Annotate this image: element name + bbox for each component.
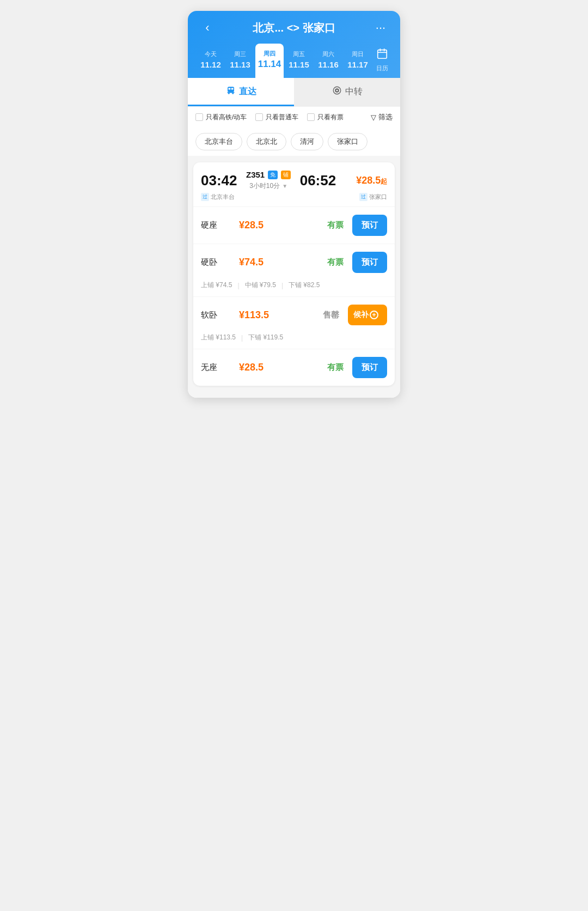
station-pill-north[interactable]: 北京北 — [247, 133, 286, 150]
date-tab-wed[interactable]: 周三 11.13 — [226, 44, 254, 78]
tab-direct[interactable]: 直达 — [188, 78, 294, 106]
day-num-thu: 11.14 — [258, 58, 281, 71]
svg-rect-6 — [231, 88, 233, 90]
train-card-z351: 03:42 Z351 免 铺 3小时10分 ▼ — [193, 162, 395, 386]
seat-price-wuzuo: ¥28.5 — [239, 362, 277, 373]
sub-price-middle-yingwo: 中铺 ¥79.5 — [245, 281, 276, 290]
more-button[interactable]: ··· — [370, 19, 391, 37]
date-tab-today[interactable]: 今天 11.12 — [197, 44, 225, 78]
date-tab-sun[interactable]: 周日 11.17 — [344, 44, 372, 78]
filter-gaotie[interactable]: 只看高铁/动车 — [195, 113, 247, 122]
tab-direct-label: 直达 — [239, 86, 256, 98]
svg-rect-0 — [378, 50, 387, 59]
header-top: ‹ 北京... <> 张家口 ··· — [197, 19, 391, 37]
header: ‹ 北京... <> 张家口 ··· 今天 11.12 周三 11.13 周四 … — [188, 11, 400, 78]
calendar-icon — [376, 48, 388, 63]
price-value: ¥28.5 — [356, 175, 381, 186]
seat-row-wuzuo: 无座 ¥28.5 有票 预订 — [193, 349, 395, 386]
seat-type-wuzuo: 无座 — [201, 362, 228, 373]
svg-point-12 — [336, 90, 338, 92]
train-middle: Z351 免 铺 3小时10分 ▼ — [242, 170, 295, 191]
filter-ticket-label: 只看有票 — [317, 113, 344, 122]
day-num-today: 11.12 — [200, 59, 221, 70]
seat-row-yingzuo: 硬座 ¥28.5 有票 预订 — [193, 207, 395, 244]
svg-point-9 — [232, 93, 234, 94]
sub-prices-ruanwo: 上铺 ¥113.5 | 下铺 ¥119.5 — [193, 333, 395, 349]
back-button[interactable]: ‹ — [197, 19, 218, 37]
depart-time: 03:42 — [201, 172, 242, 189]
arrive-station-label: 过 张家口 — [359, 193, 387, 201]
filter-ticket[interactable]: 只看有票 — [307, 113, 344, 122]
day-name-fri: 周五 — [293, 50, 305, 58]
seat-avail-yingwo: 有票 — [327, 257, 344, 268]
depart-station-name: 北京丰台 — [211, 193, 235, 201]
price-tag: ¥28.5起 — [344, 175, 387, 186]
filter-row: 只看高铁/动车 只看普通车 只看有票 ▽ 筛选 — [188, 106, 400, 127]
content-area: 直达 中转 只看高铁/动车 只看普通车 — [188, 78, 400, 398]
date-tab-fri[interactable]: 周五 11.15 — [285, 44, 313, 78]
day-name-today: 今天 — [205, 50, 217, 58]
svg-rect-5 — [228, 88, 230, 90]
tab-transfer[interactable]: 中转 — [294, 78, 400, 106]
checkbox-putong[interactable] — [255, 113, 263, 121]
station-labels: 过 北京丰台 过 张家口 — [193, 193, 395, 207]
seat-avail-wuzuo: 有票 — [327, 362, 344, 373]
arrive-station-name: 张家口 — [369, 193, 387, 201]
sub-prices-yingwo: 上铺 ¥74.5 | 中铺 ¥79.5 | 下铺 ¥82.5 — [193, 281, 395, 296]
day-name-sun: 周日 — [352, 50, 364, 58]
seat-row-yingwo: 硬卧 ¥74.5 有票 预订 — [193, 244, 395, 281]
filter-button[interactable]: ▽ 筛选 — [371, 112, 393, 122]
plus-icon: + — [370, 311, 378, 319]
seat-type-ruanwo: 软卧 — [201, 310, 228, 320]
station-pills-row: 北京丰台 北京北 清河 张家口 — [188, 127, 400, 156]
depart-station-tag: 过 — [201, 193, 209, 201]
svg-point-8 — [228, 93, 229, 94]
book-btn-yingwo[interactable]: 预订 — [352, 252, 387, 273]
filter-putong-label: 只看普通车 — [266, 113, 298, 122]
sub-price-upper-yingwo: 上铺 ¥74.5 — [201, 281, 232, 290]
seat-price-ruanwo: ¥113.5 — [239, 309, 277, 321]
date-tab-sat[interactable]: 周六 11.16 — [314, 44, 342, 78]
day-num-sat: 11.16 — [318, 59, 339, 70]
station-pill-qinghe[interactable]: 清河 — [291, 133, 323, 150]
book-btn-wuzuo[interactable]: 预订 — [352, 357, 387, 378]
train-info-row: 03:42 Z351 免 铺 3小时10分 ▼ — [201, 170, 387, 191]
book-btn-yingzuo[interactable]: 预订 — [352, 215, 387, 236]
filter-icon: ▽ — [371, 113, 376, 122]
seat-avail-yingzuo: 有票 — [327, 220, 344, 230]
station-pill-fengtai[interactable]: 北京丰台 — [195, 133, 242, 150]
calendar-tab[interactable]: 日历 — [373, 44, 391, 78]
sub-price-upper-ruanwo: 上铺 ¥113.5 — [201, 333, 236, 342]
checkbox-gaotie[interactable] — [195, 113, 203, 121]
tag-mian: 免 — [268, 171, 278, 179]
train-card-header: 03:42 Z351 免 铺 3小时10分 ▼ — [193, 162, 395, 193]
train-number: Z351 — [246, 170, 265, 179]
tag-pu: 铺 — [281, 171, 291, 179]
duration-row[interactable]: 3小时10分 ▼ — [249, 181, 287, 191]
train-icon — [226, 86, 236, 98]
transfer-icon — [332, 86, 342, 98]
seat-section-ruanwo: 软卧 ¥113.5 售罄 候补 + 上铺 ¥113.5 | 下铺 ¥119.5 — [193, 296, 395, 349]
page-title: 北京... <> 张家口 — [218, 21, 370, 35]
day-num-fri: 11.15 — [289, 59, 309, 70]
checkbox-ticket[interactable] — [307, 113, 315, 121]
filter-putong[interactable]: 只看普通车 — [255, 113, 298, 122]
depart-station-label: 过 北京丰台 — [201, 193, 235, 201]
mode-tabs: 直达 中转 — [188, 78, 400, 106]
seat-type-yingwo: 硬卧 — [201, 257, 228, 268]
duration-text: 3小时10分 — [249, 181, 280, 191]
app-container: ‹ 北京... <> 张家口 ··· 今天 11.12 周三 11.13 周四 … — [188, 11, 400, 398]
seat-row-ruanwo: 软卧 ¥113.5 售罄 候补 + — [193, 296, 395, 333]
arrive-time: 06:52 — [295, 172, 336, 189]
sub-price-lower-yingwo: 下铺 ¥82.5 — [289, 281, 320, 290]
price-qi: 起 — [381, 178, 387, 185]
sub-price-lower-ruanwo: 下铺 ¥119.5 — [248, 333, 283, 342]
day-num-wed: 11.13 — [230, 59, 250, 70]
station-pill-zhangjiakou[interactable]: 张家口 — [328, 133, 367, 150]
waitlist-btn-ruanwo[interactable]: 候补 + — [348, 305, 387, 325]
station-zhangjiakou-label: 张家口 — [337, 137, 358, 145]
date-tab-thu[interactable]: 周四 11.14 — [255, 44, 284, 78]
station-fengtai-label: 北京丰台 — [205, 137, 233, 145]
arrive-station-tag: 过 — [359, 193, 367, 201]
station-north-label: 北京北 — [256, 137, 277, 145]
